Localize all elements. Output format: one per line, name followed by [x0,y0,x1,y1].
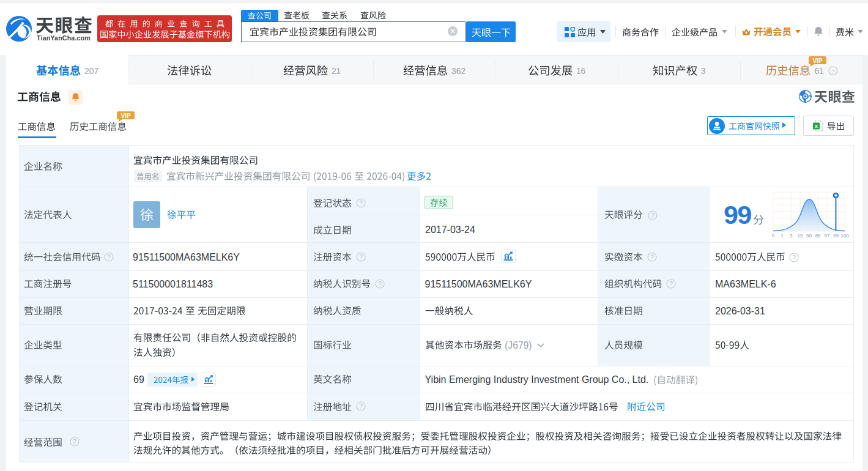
svg-text:97: 97 [824,233,829,239]
svg-text:3: 3 [790,233,793,239]
svg-text:?: ? [650,253,654,260]
svg-text:VIP: VIP [812,57,822,64]
svg-text:1: 1 [781,233,784,239]
svg-text:?: ? [669,280,673,287]
svg-text:x: x [815,122,818,129]
svg-text:?: ? [107,253,111,260]
svg-text:?: ? [359,200,363,207]
svg-text:?: ? [792,254,796,261]
svg-text:100: 100 [840,233,849,239]
svg-text:99: 99 [833,233,839,239]
svg-text:?: ? [651,212,655,218]
svg-text:85: 85 [815,233,821,239]
svg-text:50: 50 [806,233,812,239]
svg-text:0: 0 [772,233,775,239]
svg-text:15: 15 [797,233,803,239]
svg-text:?: ? [359,403,363,410]
svg-text:VIP: VIP [121,113,130,119]
svg-text:?: ? [831,67,835,74]
svg-text:?: ? [73,439,76,445]
svg-text:?: ? [378,280,382,287]
svg-text:?: ? [359,253,363,260]
